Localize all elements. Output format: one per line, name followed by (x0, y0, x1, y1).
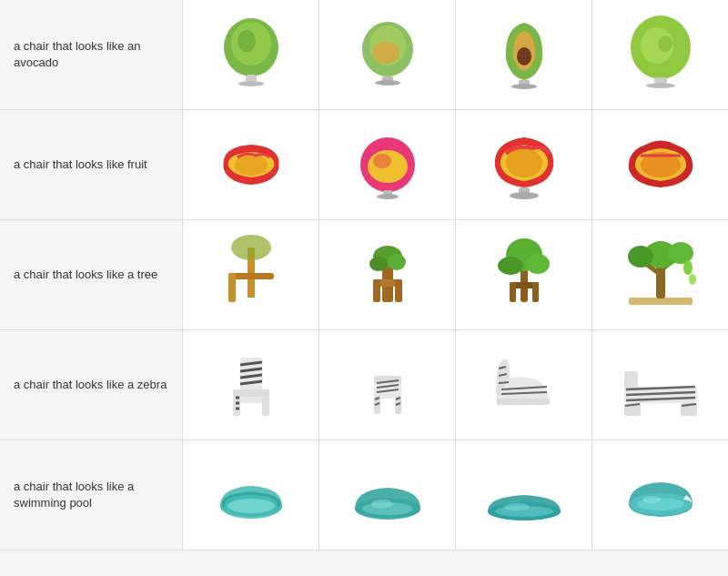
image-fruit-4 (592, 110, 728, 220)
svg-rect-42 (532, 282, 539, 302)
svg-point-37 (369, 257, 388, 271)
svg-point-10 (517, 47, 531, 66)
svg-point-24 (506, 148, 542, 177)
svg-point-51 (628, 246, 653, 268)
label-fruit: a chair that looks like fruit (0, 110, 182, 220)
svg-point-7 (372, 42, 399, 64)
svg-rect-34 (373, 279, 380, 302)
svg-rect-41 (510, 282, 516, 302)
image-tree-4 (592, 220, 728, 330)
image-zebra-2 (318, 330, 455, 440)
svg-point-54 (689, 274, 696, 285)
image-fruit-2 (318, 110, 455, 220)
label-pool: a chair that looks like a swimming pool (0, 440, 182, 551)
svg-point-21 (373, 154, 391, 168)
image-avocado-4 (592, 0, 728, 110)
main-grid: a chair that looks like an avocado (0, 0, 728, 551)
image-avocado-2 (318, 0, 455, 110)
image-fruit-1 (182, 110, 318, 220)
svg-point-12 (511, 84, 537, 89)
svg-point-98 (504, 503, 530, 510)
image-avocado-3 (455, 0, 592, 110)
svg-point-95 (371, 500, 393, 509)
image-tree-1 (182, 220, 318, 330)
svg-rect-16 (654, 77, 667, 84)
image-tree-3 (455, 220, 592, 330)
svg-point-52 (668, 242, 693, 264)
image-fruit-3 (455, 110, 592, 220)
svg-rect-30 (228, 273, 236, 302)
image-zebra-4 (592, 330, 728, 440)
svg-point-23 (377, 194, 399, 199)
image-tree-2 (318, 220, 455, 330)
svg-point-17 (646, 83, 675, 88)
svg-point-31 (231, 235, 271, 260)
label-tree: a chair that looks like a tree (0, 220, 182, 330)
label-zebra: a chair that looks like a zebra (0, 330, 182, 440)
svg-rect-85 (624, 371, 638, 389)
image-pool-2 (318, 440, 455, 551)
svg-rect-46 (629, 298, 693, 305)
label-avocado: a chair that looks like an avocado (0, 0, 182, 110)
svg-line-79 (499, 382, 509, 383)
svg-point-101 (642, 496, 661, 503)
image-pool-3 (455, 440, 592, 551)
svg-point-38 (388, 254, 406, 270)
image-zebra-1 (182, 330, 318, 440)
svg-point-44 (498, 257, 523, 275)
svg-point-53 (683, 260, 693, 275)
svg-rect-35 (395, 279, 402, 302)
image-avocado-1 (182, 0, 318, 110)
image-pool-1 (182, 440, 318, 551)
svg-point-9 (375, 80, 400, 86)
svg-point-26 (510, 192, 539, 199)
image-pool-4 (592, 440, 728, 551)
svg-point-45 (526, 254, 550, 274)
svg-rect-56 (233, 389, 269, 397)
svg-point-2 (238, 30, 256, 52)
image-zebra-3 (455, 330, 592, 440)
svg-point-4 (238, 81, 264, 86)
svg-point-92 (228, 499, 275, 513)
svg-point-15 (658, 35, 672, 52)
svg-rect-3 (246, 75, 257, 82)
svg-rect-58 (262, 396, 269, 416)
